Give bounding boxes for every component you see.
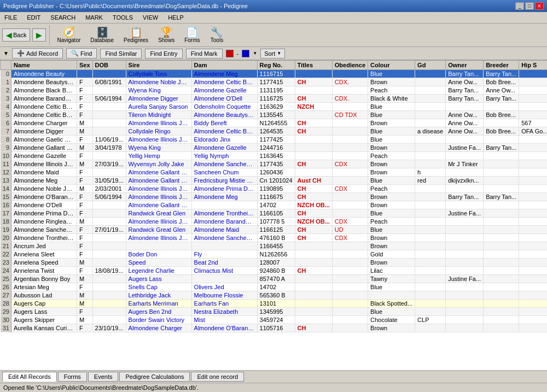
table-row[interactable]: 4Almondene Celtic BeautyFAurella Sanjay … [1, 103, 548, 111]
table-row[interactable]: 14Almondene Noble JakeM2/03/2001Almonden… [1, 185, 548, 193]
shows-button[interactable]: 🏆 Shows [154, 26, 178, 45]
table-row[interactable]: 24Annelena TwistF18/08/19...Legendre Cha… [1, 267, 548, 275]
actionbar-dropdown[interactable]: ▼ [3, 50, 9, 56]
menu-mark[interactable]: MARK [83, 13, 105, 22]
color-dropdown[interactable]: ▼ [253, 51, 257, 56]
table-cell [92, 316, 126, 324]
pedigrees-button[interactable]: 📋 Pedigrees [120, 26, 152, 45]
col-reg[interactable]: Reg No. [257, 61, 295, 70]
table-cell: 27/03/19... [92, 160, 126, 168]
table-cell: F [77, 86, 93, 95]
table-cell: Wyena King [126, 86, 191, 95]
table-cell: Brown [368, 119, 415, 127]
table-row[interactable]: 11Almondene Illinois JakeM27/03/19...Wyv… [1, 160, 548, 168]
sort-button[interactable]: Sort ▼ [260, 49, 285, 58]
table-row[interactable]: 22Annelena SleetFBoder DonFlyN1262656Gol… [1, 250, 548, 259]
close-button[interactable]: ✕ [535, 2, 544, 10]
find-mark-button[interactable]: Find Mark [186, 49, 223, 58]
forms-button[interactable]: 📄 Forms [181, 26, 203, 45]
table-cell [191, 242, 257, 250]
window-controls[interactable]: _ □ ✕ [515, 2, 544, 10]
table-row[interactable]: 2Almondene Black BeautyFWyena KingAlmond… [1, 86, 548, 95]
table-row[interactable]: 27Aubusson LadMLethbridge JackMelbourne … [1, 291, 548, 300]
col-gd[interactable]: Gd [415, 61, 446, 70]
tools-button[interactable]: 🔧 Tools [206, 26, 228, 45]
menu-edit[interactable]: EDIT [25, 13, 43, 22]
minimize-button[interactable]: _ [515, 2, 524, 10]
table-row[interactable]: 20Almondene Trontheim VonFAlmondene Illi… [1, 234, 548, 242]
table-row[interactable]: 18Almondene RingleaderMAlmondene Illinoi… [1, 218, 548, 226]
row-number: 5 [1, 111, 11, 119]
database-button[interactable]: 🗄️ Database [86, 26, 118, 45]
navigator-button[interactable]: 🧭 Navigator [53, 26, 84, 45]
table-cell: Legendre Charlie [126, 267, 191, 275]
menu-file[interactable]: FILE [2, 13, 19, 22]
table-row[interactable]: 16Almondene O'DellFAlmondene Gallant L..… [1, 201, 548, 209]
table-row[interactable]: 6Almondene ChargerMAlmondene Illinois Ja… [1, 119, 548, 127]
table-cell: Almondene Meg [11, 177, 77, 185]
table-row[interactable]: 10Almondene GazelleFYellig HempYellig Ny… [1, 152, 548, 160]
col-hip[interactable]: Hip S [519, 61, 547, 70]
tab-pedigree-calc[interactable]: Pedigree Calculations [119, 372, 190, 382]
table-cell [519, 168, 547, 177]
table-row[interactable]: 13Almondene MegF31/05/19...Almondene Gal… [1, 177, 548, 185]
table-cell: Collydale Ringo [126, 127, 191, 136]
table-row[interactable]: 28Augers CapMEarharts MerrimanEarharts F… [1, 300, 548, 308]
menu-tools[interactable]: TOOLS [110, 13, 135, 22]
table-cell: Fredricsburg Mistie Velvet [191, 177, 257, 185]
menu-search[interactable]: SEARCH [48, 13, 78, 22]
forward-button[interactable]: ▶ [32, 28, 46, 42]
maximize-button[interactable]: □ [525, 2, 534, 10]
table-row[interactable]: 19Almondene Sancheen ChumF27/01/19...Ran… [1, 226, 548, 234]
table-cell [484, 185, 519, 193]
col-titles[interactable]: Titles [295, 61, 332, 70]
table-row[interactable]: 26Artesian MegFSnells CapOlivers Jed1470… [1, 283, 548, 291]
table-cell: 1163629 [257, 103, 295, 111]
table-row[interactable]: 30Augers SkipperMBorder Swain VictoryMis… [1, 316, 548, 324]
col-sire[interactable]: Sire [126, 61, 191, 70]
table-row[interactable]: 5Almondene Celtic Brie Ha...FTileron Mid… [1, 111, 548, 119]
table-row[interactable]: 23Annelena SpeedMSpeedBeat 2nd128007Brow… [1, 259, 548, 267]
table-row[interactable]: 1Almondene Beautys LassF6/08/1991Almonde… [1, 78, 548, 86]
table-row[interactable]: 12Almondene MaidFAlmondene Gallant L...S… [1, 168, 548, 177]
add-record-button[interactable]: ➕ Add Record [12, 48, 63, 58]
col-name[interactable]: Name [11, 61, 77, 70]
col-breeder[interactable]: Breeder [484, 61, 519, 70]
pedigrees-label: Pedigrees [124, 37, 148, 43]
table-cell: Biddy Bereft [191, 119, 257, 127]
find-button[interactable]: 🔍 Find [66, 48, 97, 58]
table-row[interactable]: 15Almondene O'Barandale La...F5/06/1994A… [1, 193, 548, 201]
col-dam[interactable]: Dam [191, 61, 257, 70]
table-row[interactable]: 8Almondene Gaelic GwynnF11/06/19...Almon… [1, 136, 548, 144]
back-button[interactable]: ◀ Back [2, 28, 30, 42]
table-row[interactable]: 17Almondene Prima DonnaFRandwick Great G… [1, 209, 548, 218]
col-obedience[interactable]: Obedience [332, 61, 368, 70]
col-colour[interactable]: Colour [368, 61, 415, 70]
table-row[interactable]: 9Almondene Gallant LadM3/04/1978Wyena Ki… [1, 144, 548, 152]
menu-help[interactable]: HELP [166, 13, 186, 22]
col-dob[interactable]: DOB [92, 61, 126, 70]
table-cell [519, 259, 547, 267]
tab-events[interactable]: Events [88, 372, 119, 382]
table-row[interactable]: 21Ancrum JedF1166455Brown [1, 242, 548, 250]
tab-edit-all-records[interactable]: Edit All Records [2, 372, 57, 382]
col-sex[interactable]: Sex [77, 61, 93, 70]
table-cell: M [77, 316, 93, 324]
find-entry-button[interactable]: Find Entry [145, 49, 182, 58]
color-red[interactable] [226, 50, 234, 57]
table-row[interactable]: 3Almondene Barandale Hea...F5/06/1994Alm… [1, 95, 548, 103]
data-table-wrapper[interactable]: Name Sex DOB Sire Dam Reg No. Titles Obe… [0, 60, 547, 370]
table-row[interactable]: 31Aurella Kansas CurieformF23/10/19...Al… [1, 324, 548, 332]
color-blue[interactable] [242, 50, 249, 57]
table-row[interactable]: 7Almondene DiggerMCollydale RingoAlmonde… [1, 127, 548, 136]
col-owner[interactable]: Owner [446, 61, 484, 70]
tab-forms[interactable]: Forms [58, 372, 87, 382]
row-number: 10 [1, 152, 11, 160]
table-row[interactable]: 29Augers LassFAugers Ben 2ndNestra Eliza… [1, 308, 548, 316]
table-row[interactable]: 25Argentian Bonny BoyMAugers Lass857470 … [1, 275, 548, 283]
table-cell [519, 291, 547, 300]
find-similar-button[interactable]: Find Similar [100, 49, 142, 58]
menu-view[interactable]: VIEW [141, 13, 160, 22]
tab-edit-one-record[interactable]: Edit one record [191, 372, 244, 382]
table-row[interactable]: 0Almondene BeautyCollydale TossAlmondene… [1, 70, 548, 78]
